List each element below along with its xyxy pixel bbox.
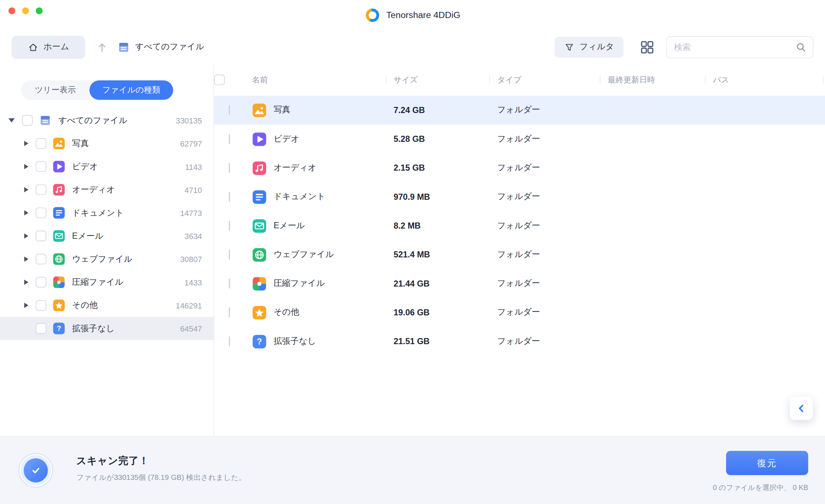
app-logo-icon [365, 7, 380, 23]
sidebar-item-label: ビデオ [72, 161, 98, 172]
sidebar-item-count: 3634 [184, 231, 202, 240]
row-checkbox[interactable] [229, 249, 230, 260]
table-row[interactable]: ウェブファイル 521.4 MB フォルダー [214, 240, 825, 269]
table-row[interactable]: オーディオ 2.15 GB フォルダー [214, 153, 825, 182]
sidebar-item-label: オーディオ [72, 184, 115, 195]
minimize-button[interactable] [22, 7, 29, 14]
drive-icon [117, 41, 130, 53]
sidebar-item-audio[interactable]: オーディオ 4710 [0, 178, 214, 201]
home-button-label: ホーム [44, 41, 69, 53]
no-extension-icon [252, 334, 267, 349]
sidebar-item-archives[interactable]: 圧縮ファイル 1433 [0, 271, 214, 294]
file-name: ドキュメント [273, 191, 325, 202]
checkbox[interactable] [36, 277, 46, 287]
audio-icon [252, 161, 267, 175]
zoom-button[interactable] [36, 7, 43, 14]
disclosure-right-icon[interactable] [23, 141, 30, 146]
disclosure-right-icon[interactable] [23, 210, 30, 216]
sidebar-item-no-extension[interactable]: 拡張子なし 64547 [0, 317, 214, 340]
table-row[interactable]: ドキュメント 970.9 MB フォルダー [214, 183, 825, 211]
row-checkbox[interactable] [229, 192, 230, 202]
file-name: オーディオ [273, 162, 316, 174]
file-name: ビデオ [273, 134, 299, 145]
table-row[interactable]: 拡張子なし 21.51 GB フォルダー [214, 327, 825, 356]
file-name: 拡張子なし [273, 336, 316, 347]
photo-icon [252, 103, 267, 117]
email-icon [252, 219, 267, 233]
table-header: 名前 サイズ タイプ 最終更新日時 パス [214, 64, 825, 96]
file-size: 7.24 GB [386, 105, 490, 115]
chevron-left-icon [794, 401, 808, 415]
file-size: 8.2 MB [386, 221, 490, 230]
sidebar-item-videos[interactable]: ビデオ 1143 [0, 155, 214, 178]
tab-file-type[interactable]: ファイルの種類 [90, 80, 173, 100]
row-checkbox[interactable] [229, 105, 230, 115]
sidebar-item-label: ドキュメント [72, 207, 124, 219]
checkbox[interactable] [36, 231, 46, 241]
search-input[interactable] [666, 36, 813, 58]
table-row[interactable]: その他 19.06 GB フォルダー [214, 298, 825, 327]
file-name: 写真 [273, 105, 290, 116]
file-type: フォルダー [489, 249, 600, 260]
sidebar-item-count: 14773 [180, 208, 202, 217]
checkbox[interactable] [36, 184, 46, 195]
disclosure-right-icon[interactable] [23, 164, 30, 169]
search-icon [795, 41, 807, 53]
row-checkbox[interactable] [229, 163, 230, 173]
column-header-name: 名前 [252, 64, 386, 96]
sidebar-item-label: すべてのファイル [58, 115, 127, 126]
sidebar-item-other[interactable]: その他 146291 [0, 294, 214, 317]
sidebar-item-photos[interactable]: 写真 62797 [0, 132, 214, 155]
file-size: 21.44 GB [386, 279, 490, 288]
sidebar-item-email[interactable]: Eメール 3634 [0, 224, 214, 247]
select-all-checkbox[interactable] [214, 75, 224, 85]
row-checkbox[interactable] [229, 278, 230, 288]
disclosure-down-icon[interactable] [8, 118, 15, 122]
close-button[interactable] [8, 7, 15, 14]
checkbox[interactable] [36, 138, 46, 149]
column-header-path: パス [705, 64, 825, 96]
checkbox[interactable] [22, 115, 32, 126]
grid-view-button[interactable] [639, 39, 655, 55]
sidebar-item-label: Eメール [72, 230, 103, 242]
table-row[interactable]: Eメール 8.2 MB フォルダー [214, 211, 825, 240]
table-row[interactable]: 圧縮ファイル 21.44 GB フォルダー [214, 269, 825, 298]
sidebar-item-count: 146291 [176, 301, 202, 310]
document-icon [252, 189, 267, 204]
table-row[interactable]: 写真 7.24 GB フォルダー [214, 96, 825, 125]
disclosure-right-icon[interactable] [23, 280, 30, 285]
disclosure-right-icon[interactable] [23, 256, 30, 262]
tab-tree-view[interactable]: ツリー表示 [21, 80, 89, 100]
file-type-tree: すべてのファイル 330135 写真 62797 ビデオ [0, 109, 214, 340]
row-checkbox[interactable] [229, 307, 230, 317]
collapse-panel-button[interactable] [790, 397, 813, 420]
title-bar: Tenorshare 4DDiG [0, 0, 825, 30]
disclosure-right-icon[interactable] [23, 187, 30, 193]
checkbox[interactable] [36, 300, 46, 311]
grid-view-icon [639, 39, 655, 55]
scan-status-subtitle: ファイルが330135個 (78.19 GB) 検出されました。 [76, 473, 246, 482]
file-type: フォルダー [489, 278, 600, 289]
view-mode-switcher: ツリー表示 ファイルの種類 [21, 80, 173, 100]
navigate-up-button[interactable] [95, 40, 109, 54]
checkbox[interactable] [36, 323, 46, 334]
row-checkbox[interactable] [229, 336, 230, 346]
sidebar-item-count: 30807 [180, 255, 202, 264]
home-button[interactable]: ホーム [12, 36, 85, 59]
sidebar-item-web-files[interactable]: ウェブファイル 30807 [0, 248, 214, 271]
sidebar-item-count: 64547 [180, 324, 202, 333]
other-icon [252, 305, 267, 320]
sidebar-item-documents[interactable]: ドキュメント 14773 [0, 201, 214, 224]
filter-button[interactable]: フィルタ [554, 36, 624, 57]
checkbox[interactable] [36, 254, 46, 264]
checkbox[interactable] [36, 161, 46, 172]
disclosure-right-icon[interactable] [23, 303, 30, 308]
breadcrumb[interactable]: すべてのファイル [117, 41, 204, 53]
row-checkbox[interactable] [229, 220, 230, 230]
checkbox[interactable] [36, 208, 46, 218]
sidebar-item-all-files[interactable]: すべてのファイル 330135 [0, 109, 214, 132]
table-row[interactable]: ビデオ 5.28 GB フォルダー [214, 125, 825, 153]
disclosure-right-icon[interactable] [23, 233, 30, 239]
row-checkbox[interactable] [229, 134, 230, 144]
restore-button[interactable]: 復元 [726, 451, 808, 475]
